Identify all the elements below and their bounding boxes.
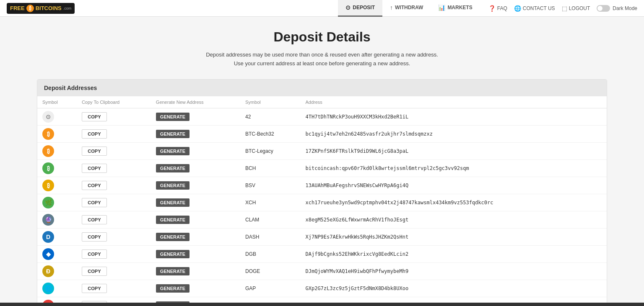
bottom-bar bbox=[0, 303, 644, 306]
copy-cell: COPY bbox=[77, 280, 151, 297]
copy-cell: COPY bbox=[77, 143, 151, 160]
copy-button[interactable]: COPY bbox=[82, 147, 107, 156]
copy-button[interactable]: COPY bbox=[82, 164, 107, 173]
copy-cell: COPY bbox=[77, 263, 151, 280]
address-text: bc1qyij4tw7eh2n62485vasfr2ukjhr7slmdsqmz… bbox=[306, 131, 433, 137]
symbol-cell: BCH bbox=[240, 160, 300, 177]
generate-cell: GENERATE bbox=[151, 126, 240, 143]
logout-icon: ⬚ bbox=[562, 5, 567, 12]
symbol-cell: BSV bbox=[240, 177, 300, 194]
logout-link[interactable]: ⬚ LOGOUT bbox=[562, 5, 590, 12]
generate-cell: GENERATE bbox=[151, 108, 240, 126]
copy-button[interactable]: COPY bbox=[82, 181, 107, 190]
table-row: ₿COPYGENERATEBTC-Bech32bc1qyij4tw7eh2n62… bbox=[37, 126, 607, 143]
copy-button[interactable]: COPY bbox=[82, 232, 107, 242]
deposit-table: Symbol Copy To Clipboard Generate New Ad… bbox=[37, 96, 607, 306]
address-cell: GXp2G7zL3zc9z5jGztF5dNmX8D4bk8UXoo bbox=[301, 280, 607, 297]
address-text: 4TH7tDhTNRckP3ouH9XXCM3kHxd2BeR1iL bbox=[306, 114, 409, 120]
address-cell: DAjf9bCgnks52EhWKkrixcVg8EedKLcin2 bbox=[301, 246, 607, 263]
copy-button[interactable]: COPY bbox=[82, 112, 107, 121]
copy-button[interactable]: COPY bbox=[82, 284, 107, 293]
copy-button[interactable]: COPY bbox=[82, 215, 107, 224]
table-row: 🌿COPYGENERATEXCHxch17rueuhe3yn5wd9cptmph… bbox=[37, 194, 607, 211]
table-row: 🌐COPYGENERATEGAPGXp2G7zL3zc9z5jGztF5dNmX… bbox=[37, 280, 607, 297]
generate-cell: GENERATE bbox=[151, 194, 240, 211]
dark-mode-toggle[interactable]: Dark Mode bbox=[597, 5, 637, 12]
col-address: Address bbox=[301, 96, 607, 108]
coin-icon: ◆ bbox=[42, 248, 54, 260]
page-subtitle2: Use your current address at least once b… bbox=[37, 60, 607, 67]
address-text: GXp2G7zL3zc9z5jGztF5dNmX8D4bk8UXoo bbox=[306, 285, 409, 291]
logo-free-text: FREE bbox=[10, 5, 25, 11]
coin-icon-cell: 🌐 bbox=[37, 280, 77, 297]
coin-icon: ₿ bbox=[42, 180, 54, 191]
contact-icon: 🌐 bbox=[514, 5, 521, 12]
address-cell: 17ZKPnfSK6FTRslkT9diD9WL6jcG8a3paL bbox=[301, 143, 607, 160]
generate-button[interactable]: GENERATE bbox=[156, 216, 190, 224]
address-text: xch17rueuhe3yn5wd9cptmphv04tx2j48747kaws… bbox=[306, 200, 493, 206]
address-text: x8egM525eXGz6LfWxwrmAcRhV1fhoJEsgt bbox=[306, 217, 409, 223]
dark-mode-label: Dark Mode bbox=[613, 5, 637, 11]
address-cell: 13AUAhMBuAFegshrvSNEWsCwHYRpA6gi4Q bbox=[301, 177, 607, 194]
address-text: 17ZKPnfSK6FTRslkT9diD9WL6jcG8a3paL bbox=[306, 148, 409, 154]
copy-cell: COPY bbox=[77, 160, 151, 177]
symbol-cell: CLAM bbox=[240, 211, 300, 229]
coin-icon: Ð bbox=[42, 265, 54, 277]
navbar: FREE ₿ BITCOINS .com ⊙ DEPOSIT ↑ WITHDRA… bbox=[0, 0, 644, 17]
logo-coins-text: BITCOINS bbox=[36, 5, 62, 11]
contact-label: CONTACT US bbox=[523, 5, 555, 11]
table-body: ⊙COPYGENERATE424TH7tDhTNRckP3ouH9XXCM3kH… bbox=[37, 108, 607, 306]
withdraw-icon: ↑ bbox=[390, 4, 393, 11]
logo-box[interactable]: FREE ₿ BITCOINS .com bbox=[7, 3, 75, 14]
generate-button[interactable]: GENERATE bbox=[156, 233, 190, 241]
tab-withdraw[interactable]: ↑ WITHDRAW bbox=[382, 0, 431, 17]
address-cell: xch17rueuhe3yn5wd9cptmphv04tx2j48747kaws… bbox=[301, 194, 607, 211]
symbol-cell: DGB bbox=[240, 246, 300, 263]
deposit-icon: ⊙ bbox=[345, 4, 351, 11]
copy-button[interactable]: COPY bbox=[82, 267, 107, 276]
address-cell: DJmQjoWYMvXAQ1eH9iwbQFhPfwymybeMh9 bbox=[301, 263, 607, 280]
copy-cell: COPY bbox=[77, 211, 151, 229]
address-cell: bitcoincash:qpv60r7kd0lk8wrtejssml6mtrvp… bbox=[301, 160, 607, 177]
generate-cell: GENERATE bbox=[151, 263, 240, 280]
col-symbol-name: Symbol bbox=[240, 96, 300, 108]
tab-deposit[interactable]: ⊙ DEPOSIT bbox=[338, 0, 382, 17]
generate-button[interactable]: GENERATE bbox=[156, 198, 190, 207]
generate-button[interactable]: GENERATE bbox=[156, 113, 190, 121]
generate-cell: GENERATE bbox=[151, 211, 240, 229]
coin-icon-cell: Ð bbox=[37, 263, 77, 280]
address-text: DAjf9bCgnks52EhWKkrixcVg8EedKLcin2 bbox=[306, 251, 409, 257]
generate-button[interactable]: GENERATE bbox=[156, 130, 190, 138]
coin-icon-cell: D bbox=[37, 229, 77, 246]
address-cell: 4TH7tDhTNRckP3ouH9XXCM3kHxd2BeR1iL bbox=[301, 108, 607, 126]
copy-button[interactable]: COPY bbox=[82, 249, 107, 259]
copy-button[interactable]: COPY bbox=[82, 198, 107, 207]
markets-icon: 📊 bbox=[438, 4, 445, 11]
generate-button[interactable]: GENERATE bbox=[156, 250, 190, 258]
nav-tabs: ⊙ DEPOSIT ↑ WITHDRAW 📊 MARKETS bbox=[338, 0, 480, 17]
generate-button[interactable]: GENERATE bbox=[156, 267, 190, 275]
coin-icon-cell: ₿ bbox=[37, 177, 77, 194]
dark-mode-switch[interactable] bbox=[597, 5, 610, 12]
tab-markets[interactable]: 📊 MARKETS bbox=[431, 0, 480, 17]
copy-cell: COPY bbox=[77, 229, 151, 246]
coin-icon-cell: ₿ bbox=[37, 126, 77, 143]
generate-button[interactable]: GENERATE bbox=[156, 284, 190, 293]
coin-icon-cell: ⊙ bbox=[37, 108, 77, 126]
col-symbol: Symbol bbox=[37, 96, 77, 108]
tab-withdraw-label: WITHDRAW bbox=[395, 5, 423, 10]
copy-button[interactable]: COPY bbox=[82, 129, 107, 139]
coin-icon: ⊙ bbox=[42, 111, 54, 123]
generate-cell: GENERATE bbox=[151, 280, 240, 297]
contact-link[interactable]: 🌐 CONTACT US bbox=[514, 5, 555, 12]
table-row: ⊙COPYGENERATE424TH7tDhTNRckP3ouH9XXCM3kH… bbox=[37, 108, 607, 126]
generate-button[interactable]: GENERATE bbox=[156, 181, 190, 190]
col-copy: Copy To Clipboard bbox=[77, 96, 151, 108]
table-header-row: Symbol Copy To Clipboard Generate New Ad… bbox=[37, 96, 607, 108]
faq-link[interactable]: ❓ FAQ bbox=[488, 5, 507, 12]
symbol-cell: 42 bbox=[240, 108, 300, 126]
coin-icon: 🌐 bbox=[42, 283, 54, 294]
generate-button[interactable]: GENERATE bbox=[156, 147, 190, 155]
generate-button[interactable]: GENERATE bbox=[156, 164, 190, 172]
coin-icon-cell: 🌿 bbox=[37, 194, 77, 211]
